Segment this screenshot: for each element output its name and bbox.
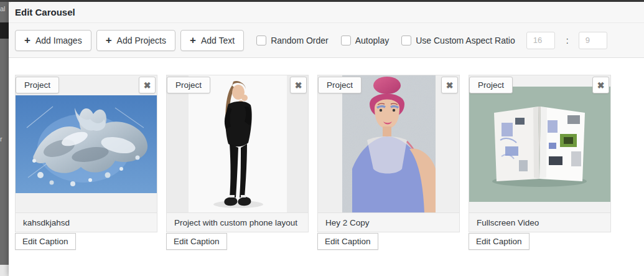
project-badge: Project [16, 77, 59, 93]
project-badge: Project [167, 77, 210, 93]
add-images-label: Add Images [35, 36, 82, 45]
custom-aspect-ratio-checkbox[interactable] [401, 36, 411, 45]
wp-admin-sidebar-sliver: al r [0, 0, 9, 276]
card-image-water-splash [16, 75, 157, 212]
card-caption: kahsdkjahsd [16, 212, 157, 232]
aspect-width-input[interactable] [526, 32, 555, 49]
add-images-button[interactable]: + Add Images [15, 30, 91, 51]
carousel-card[interactable]: Project ✖ Hey 2 Copy [317, 75, 460, 232]
card-caption: Project with custom phone layout [167, 212, 308, 232]
project-badge: Project [469, 77, 513, 93]
sidebar-text-fragment: r [0, 135, 2, 143]
card-caption: Fullscreen Video [469, 212, 610, 232]
add-text-button[interactable]: + Add Text [180, 30, 244, 51]
sidebar-dark-segment [0, 22, 9, 39]
modal-header: Edit Carousel [9, 2, 644, 23]
card-image-pink-hair-portrait [318, 75, 459, 212]
random-order-checkbox[interactable] [256, 36, 266, 45]
carousel-items: Project ✖ kahsdkjahsd Edit Caption [9, 58, 644, 250]
carousel-card[interactable]: Project ✖ Fullscreen Video [469, 75, 611, 232]
carousel-toolbar: + Add Images + Add Projects + Add Text R… [9, 23, 644, 58]
autoplay-label: Autoplay [355, 36, 389, 45]
card-image-open-magazine [469, 75, 610, 212]
aspect-ratio-separator: : [566, 36, 569, 45]
plus-icon: + [190, 35, 196, 45]
custom-aspect-ratio-option: Use Custom Aspect Ratio [401, 36, 515, 45]
carousel-item: Project ✖ kahsdkjahsd Edit Caption [15, 75, 157, 250]
plus-icon: + [106, 35, 112, 45]
plus-icon: + [24, 35, 30, 45]
card-caption: Hey 2 Copy [318, 212, 459, 232]
page-title: Edit Carousel [15, 7, 75, 17]
close-icon[interactable]: ✖ [290, 77, 307, 93]
close-icon[interactable]: ✖ [592, 77, 609, 93]
edit-caption-button[interactable]: Edit Caption [317, 233, 378, 250]
edit-carousel-modal: Edit Carousel + Add Images + Add Project… [9, 2, 644, 276]
carousel-item: Project ✖ Fullscreen Video Edit Caption [469, 75, 611, 250]
edit-caption-button[interactable]: Edit Caption [166, 233, 227, 250]
add-projects-button[interactable]: + Add Projects [96, 30, 175, 51]
custom-aspect-ratio-label: Use Custom Aspect Ratio [416, 36, 515, 45]
aspect-height-input[interactable] [579, 32, 607, 49]
add-projects-label: Add Projects [117, 36, 166, 45]
carousel-card[interactable]: Project ✖ kahsdkjahsd [15, 75, 157, 232]
add-text-label: Add Text [201, 36, 235, 45]
carousel-card[interactable]: Project ✖ Project with custom phone layo… [166, 75, 309, 232]
carousel-item: Project ✖ Project with custom phone layo… [166, 75, 309, 250]
sidebar-text-fragment: al [0, 5, 6, 12]
close-icon[interactable]: ✖ [441, 77, 458, 93]
carousel-item: Project ✖ Hey 2 Copy Edit Caption [317, 75, 460, 250]
random-order-option: Random Order [256, 36, 329, 45]
project-badge: Project [318, 77, 362, 93]
autoplay-option: Autoplay [341, 36, 389, 45]
random-order-label: Random Order [271, 36, 329, 45]
autoplay-checkbox[interactable] [341, 36, 351, 45]
edit-caption-button[interactable]: Edit Caption [469, 233, 530, 250]
card-image-model-phone [167, 75, 308, 212]
sidebar-light-segment [0, 265, 9, 276]
edit-caption-button[interactable]: Edit Caption [15, 233, 76, 250]
close-icon[interactable]: ✖ [139, 77, 156, 93]
